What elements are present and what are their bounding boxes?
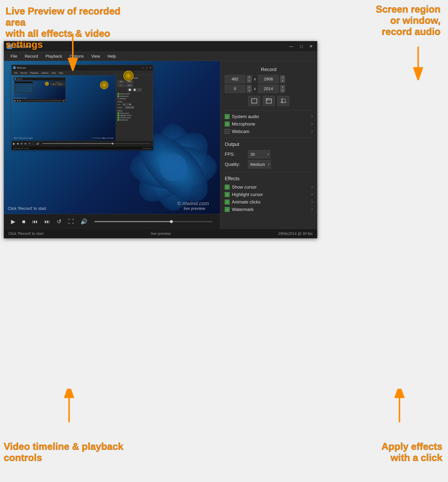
arrow-top-right (411, 47, 426, 80)
show-cursor-checkbox[interactable]: ✓ (225, 185, 230, 189)
highlight-cursor-label: Highlight cursor (232, 192, 263, 197)
highlight-cursor-dot[interactable]: • (312, 193, 313, 197)
play-button[interactable]: ▶ (9, 218, 17, 225)
webcam-label: Webcam (232, 129, 249, 134)
system-audio-dot[interactable]: • (312, 115, 313, 119)
stop-button[interactable]: ■ (21, 218, 27, 225)
volume-button[interactable]: 🔊 (79, 218, 89, 225)
nested-menu-record[interactable]: Record (19, 71, 28, 74)
window-mode-button[interactable] (263, 96, 275, 106)
coord-y2-up[interactable]: ▲ (280, 85, 285, 89)
animate-clicks-dot[interactable]: • (312, 200, 313, 204)
main-content: WinCam — □ ✕ File Record Playback Option (4, 61, 317, 229)
output-section: Output FPS: 30 15 24 60 ▾ (225, 141, 313, 168)
animate-clicks-label: Animate clicks (232, 199, 260, 205)
watermark-row: ✓ Watermark • (225, 207, 313, 212)
microphone-dot[interactable]: • (312, 122, 313, 126)
status-bar: Click 'Record' to start live preview 290… (4, 229, 317, 238)
nested-menu-file[interactable]: File (13, 71, 19, 74)
webcam-checkbox[interactable] (225, 129, 230, 134)
playback-bar: ▶ ■ ⏮ ⏭ ↺ ⛶ 🔊 (4, 214, 220, 229)
cursor-circle-main (123, 71, 134, 81)
annotation-top-right: Screen region or window, record audio (376, 4, 440, 37)
crop-mode-button[interactable] (277, 96, 289, 106)
coord-x2-up[interactable]: ▲ (280, 75, 285, 79)
menu-view[interactable]: View (88, 53, 103, 60)
coord-y1-up[interactable]: ▲ (247, 85, 252, 89)
nested-menu-view[interactable]: View (50, 71, 57, 74)
menu-playback[interactable]: Playback (42, 53, 65, 60)
deep-nested: WinCam (13, 77, 66, 102)
record-section-label: Record (225, 67, 313, 72)
webcam-dot[interactable]: • (312, 130, 313, 133)
timeline-track[interactable] (95, 221, 213, 222)
preview-inner: WinCam — □ ✕ File Record Playback Option (4, 61, 220, 214)
svg-point-17 (267, 99, 268, 100)
output-section-title: Output (225, 141, 313, 147)
region-mode-button[interactable] (248, 96, 260, 106)
system-audio-label: System audio (232, 114, 259, 119)
microphone-label: Microphone (232, 121, 255, 127)
fullscreen-button[interactable]: ⛶ (67, 218, 75, 225)
x-separator-1: x (254, 77, 256, 82)
minimize-button[interactable]: — (288, 43, 295, 50)
quality-dropdown[interactable]: Medium Low High (248, 160, 271, 168)
nested-minimize[interactable]: — (142, 66, 144, 69)
coord-x2-down[interactable]: ▼ (280, 79, 285, 83)
menu-options[interactable]: Options (67, 53, 87, 60)
record-icons-row (225, 96, 313, 106)
menu-bar: File Record Playback Options View Help (4, 52, 317, 61)
next-frame-button[interactable]: ⏭ (43, 218, 52, 225)
fps-label: FPS: (225, 152, 245, 157)
coord-x2-input[interactable] (258, 75, 279, 83)
webcam-row: Webcam • (225, 129, 313, 134)
maximize-button[interactable]: □ (299, 43, 304, 50)
nested-maximize[interactable]: □ (146, 66, 147, 69)
prev-frame-button[interactable]: ⏮ (31, 218, 39, 225)
coord-x1-input[interactable] (225, 75, 245, 83)
divider-audio (225, 110, 313, 111)
nested-preview: WinCam (12, 75, 116, 141)
highlight-cursor-checkbox[interactable]: ✓ (225, 192, 230, 197)
coord-y1-input[interactable] (225, 85, 245, 93)
status-left: Click 'Record' to start (8, 232, 43, 236)
cursor-circle-nested (100, 81, 108, 89)
nested-close[interactable]: ✕ (150, 66, 152, 69)
preview-live-label: live preview (184, 206, 205, 211)
menu-help[interactable]: Help (104, 53, 119, 60)
nested-menu-playback[interactable]: Playback (29, 71, 40, 74)
coord-x1-down[interactable]: ▼ (247, 79, 252, 83)
close-button[interactable]: ✕ (308, 43, 314, 50)
coord-y1-down[interactable]: ▼ (247, 89, 252, 93)
effects-section-title: Effects (225, 176, 313, 181)
svg-rect-13 (252, 99, 257, 103)
coord-x1-up[interactable]: ▲ (247, 75, 252, 79)
nested-menu-help[interactable]: Help (58, 71, 64, 74)
animate-clicks-checkbox[interactable]: ✓ (225, 200, 230, 204)
nested-menu-options[interactable]: Options (40, 71, 50, 74)
arrow-bottom-right (392, 389, 407, 422)
system-audio-checkbox[interactable]: ✓ (225, 114, 230, 119)
effects-section: Effects ✓ Show cursor • ✓ Highlight cu (225, 176, 313, 212)
fps-dropdown[interactable]: 30 15 24 60 (248, 150, 270, 158)
fps-dropdown-wrapper: 30 15 24 60 ▾ (248, 150, 270, 158)
watermark-dot[interactable]: • (312, 208, 313, 211)
watermark-label: Watermark (232, 207, 254, 212)
svg-point-16 (267, 99, 267, 100)
record-section: Record ▲ ▼ x ▲ ▼ (225, 67, 313, 212)
timeline-thumb[interactable] (170, 220, 173, 223)
status-center: live preview (151, 232, 170, 236)
microphone-checkbox[interactable]: ✓ (225, 122, 230, 126)
menu-record[interactable]: Record (22, 53, 41, 60)
show-cursor-dot[interactable]: • (312, 185, 313, 189)
coord-y2-input[interactable] (258, 85, 279, 93)
timeline-fill (95, 221, 171, 222)
coord-y2-down[interactable]: ▼ (280, 89, 285, 93)
watermark-checkbox[interactable]: ✓ (225, 207, 230, 212)
loop-button[interactable]: ↺ (55, 218, 63, 225)
divider-effects (225, 172, 313, 172)
menu-file[interactable]: File (8, 53, 20, 60)
app-icon: W (7, 44, 12, 49)
coord-row-bottom: ▲ ▼ x ▲ ▼ (225, 85, 313, 93)
svg-point-12 (160, 154, 187, 181)
